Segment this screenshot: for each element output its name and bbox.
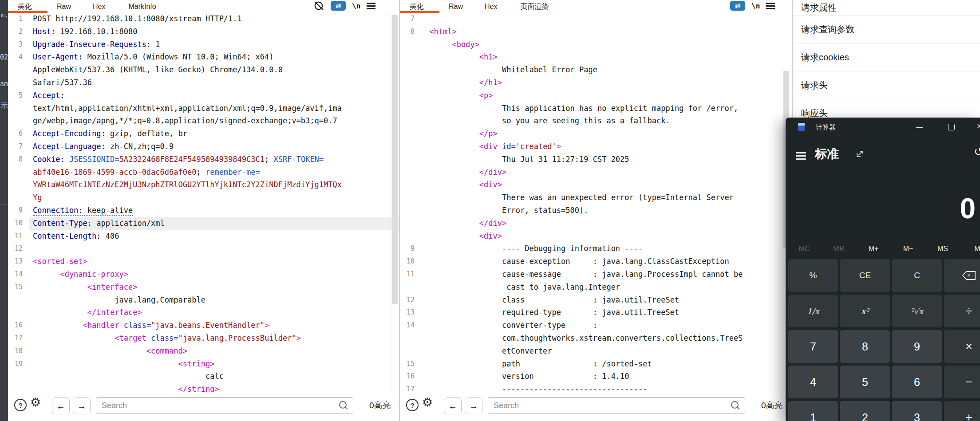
calc-key-−[interactable]: − — [944, 366, 980, 398]
memory-button-M−[interactable]: M− — [891, 245, 925, 253]
tab-页面渲染[interactable]: 页面渲染 — [520, 1, 549, 12]
code-line[interactable]: calc — [8, 370, 399, 383]
calc-key-²√x[interactable]: ²√x — [892, 295, 942, 327]
code-line[interactable]: 13<sorted-set> — [8, 255, 399, 268]
eye-off-icon[interactable] — [312, 0, 324, 11]
code-line[interactable]: etConverter — [400, 345, 791, 358]
gear-icon[interactable]: ⚙ — [30, 395, 41, 409]
calc-key-4[interactable]: 4 — [788, 366, 838, 398]
calc-key-CE[interactable]: CE — [840, 259, 890, 292]
code-line[interactable]: Error, status=500). — [400, 204, 791, 217]
memory-button-MR[interactable]: MR — [822, 245, 856, 253]
code-line[interactable]: </p> — [400, 127, 791, 140]
next-match-button[interactable]: → — [73, 397, 91, 414]
calc-key-5[interactable]: 5 — [840, 366, 890, 398]
calc-key-3[interactable]: 3 — [892, 401, 942, 421]
code-line[interactable]: <div id='created'> — [400, 140, 791, 153]
code-line[interactable]: text/html,application/xhtml+xml,applicat… — [8, 102, 399, 115]
inspector-item-0[interactable]: 请求属性 — [793, 0, 980, 16]
request-code-area[interactable]: 1POST http://192.168.10.1:8080/xstream H… — [8, 12, 399, 396]
collapsed-left-strip[interactable]: m,202am示 — [0, 0, 8, 421]
code-line[interactable]: 14 <dynamic-proxy> — [8, 268, 399, 281]
code-line[interactable]: ge/webp,image/apng,*/*;q=0.8,application… — [8, 114, 399, 127]
maximize-icon[interactable] — [948, 124, 955, 130]
next-match-button[interactable]: → — [465, 397, 482, 414]
code-line[interactable]: 10Content-Type: application/xml — [8, 217, 399, 230]
memory-button-MS[interactable]: MS — [925, 245, 960, 253]
inspector-item-2[interactable]: 请求cookies — [793, 43, 980, 71]
inspector-item-3[interactable]: 请求头 — [793, 71, 980, 99]
code-line[interactable]: 16 version : 1.4.10 — [400, 370, 791, 383]
calc-key-÷[interactable]: ÷ — [944, 295, 980, 327]
code-line[interactable]: 4User-Agent: Mozilla/5.0 (Windows NT 10.… — [8, 51, 399, 63]
calculator-window[interactable]: 计算器 × 标准 ↺ 0 MCMRM+M−MSM %CEC×1/xx²²√x÷7… — [786, 118, 980, 421]
code-line[interactable]: Yg — [8, 191, 399, 204]
calc-key-9[interactable]: 9 — [892, 330, 942, 363]
code-line[interactable]: There was an unexpected error (type=Inte… — [400, 191, 791, 204]
backspace-icon[interactable]: × — [944, 259, 980, 292]
format-toggle-icon[interactable]: ⇄ — [331, 1, 346, 11]
code-line[interactable]: AppleWebKit/537.36 (KHTML, like Gecko) C… — [8, 63, 399, 76]
code-line[interactable]: so you are seeing this as a fallback. — [400, 114, 791, 127]
tab-Hex[interactable]: Hex — [93, 1, 105, 12]
response-code-area[interactable]: 78 <html> <body> <h1> Whitelabel Error P… — [400, 12, 791, 396]
keep-on-top-icon[interactable] — [856, 150, 864, 160]
code-line[interactable]: Safari/537.36 — [8, 76, 399, 89]
calc-key-2[interactable]: 2 — [840, 401, 890, 421]
code-line[interactable]: 18 <command> — [8, 345, 399, 358]
code-line[interactable]: 12 class : java.util.TreeSet — [400, 294, 791, 307]
history-icon[interactable]: ↺ — [974, 145, 980, 158]
format-toggle-icon[interactable]: ⇄ — [730, 1, 745, 11]
memory-button-M[interactable]: M — [960, 245, 980, 253]
code-line[interactable]: <body> — [400, 38, 791, 51]
calc-key-1/x[interactable]: 1/x — [788, 295, 838, 327]
code-line[interactable]: <div> — [400, 178, 791, 191]
memory-button-MC[interactable]: MC — [787, 245, 822, 253]
code-line[interactable]: 5Accept: — [8, 89, 399, 102]
tab-美化[interactable]: 美化 — [410, 1, 424, 12]
calc-key-1[interactable]: 1 — [788, 401, 838, 421]
calc-key-7[interactable]: 7 — [788, 330, 838, 363]
code-line[interactable]: 17 <target class="java.lang.ProcessBuild… — [8, 332, 399, 345]
code-line[interactable]: cast to java.lang.Integer — [400, 281, 791, 294]
inspector-item-1[interactable]: 请求查询参数 — [793, 16, 980, 43]
gear-icon[interactable]: ⚙ — [422, 395, 433, 409]
menu-icon[interactable] — [766, 0, 775, 11]
code-line[interactable]: 7Accept-Language: zh-CN,zh;q=0.9 — [8, 140, 399, 153]
calc-key-%[interactable]: % — [788, 259, 838, 292]
code-line[interactable]: com.thoughtworks.xstream.converters.coll… — [400, 332, 791, 345]
calc-key-8[interactable]: 8 — [840, 330, 890, 363]
code-line[interactable]: 10 cause-exception : java.lang.ClassCast… — [400, 255, 791, 268]
code-line[interactable]: 13 required-type : java.util.TreeSet — [400, 306, 791, 319]
code-line[interactable]: abf40e16-1869-4599-accb-0dac6d6af0e0; re… — [8, 166, 399, 179]
newline-icon[interactable]: \n — [751, 0, 760, 11]
help-icon[interactable]: ? — [14, 399, 27, 411]
code-line[interactable]: 2Host: 192.168.10.1:8080 — [8, 25, 399, 38]
tab-Raw[interactable]: Raw — [449, 1, 463, 12]
tab-Hex[interactable]: Hex — [485, 1, 497, 12]
memory-button-M+[interactable]: M+ — [856, 245, 891, 253]
tab-MarkInfo[interactable]: MarkInfo — [128, 1, 156, 12]
menu-icon[interactable] — [367, 0, 375, 11]
prev-match-button[interactable]: ← — [52, 397, 70, 414]
code-line[interactable]: 12 — [8, 242, 399, 255]
code-line[interactable]: YWRtaW46MTc1NTEzNzE2MjU3NzphZTRlOGU2YTlh… — [8, 178, 399, 191]
code-line[interactable]: This application has no explicit mapping… — [400, 102, 791, 115]
code-line[interactable]: 8Cookie: JSESSIONID=5A2322468F8E24F54958… — [8, 153, 399, 166]
response-search-input[interactable] — [488, 397, 745, 413]
code-line[interactable]: </h1> — [400, 76, 791, 89]
code-line[interactable]: 19 <string> — [8, 358, 399, 370]
code-line[interactable]: 9Connection: keep-alive — [8, 204, 399, 217]
code-line[interactable]: 7 — [400, 12, 791, 25]
code-line[interactable]: Whitelabel Error Page — [400, 63, 791, 76]
code-line[interactable]: 8 <html> — [400, 25, 791, 38]
code-line[interactable]: 15 path : /sorted-set — [400, 358, 791, 370]
calc-key-6[interactable]: 6 — [892, 366, 942, 398]
calculator-mode-label[interactable]: 标准 — [815, 146, 839, 162]
code-line[interactable]: 14 converter-type : — [400, 319, 791, 332]
code-line[interactable]: Thu Jul 31 11:27:19 CST 2025 — [400, 153, 791, 166]
calc-key-x²[interactable]: x² — [840, 295, 890, 327]
calc-key-+[interactable]: + — [944, 401, 980, 421]
help-icon[interactable]: ? — [406, 399, 419, 411]
request-scrollbar-thumb[interactable] — [392, 15, 398, 304]
